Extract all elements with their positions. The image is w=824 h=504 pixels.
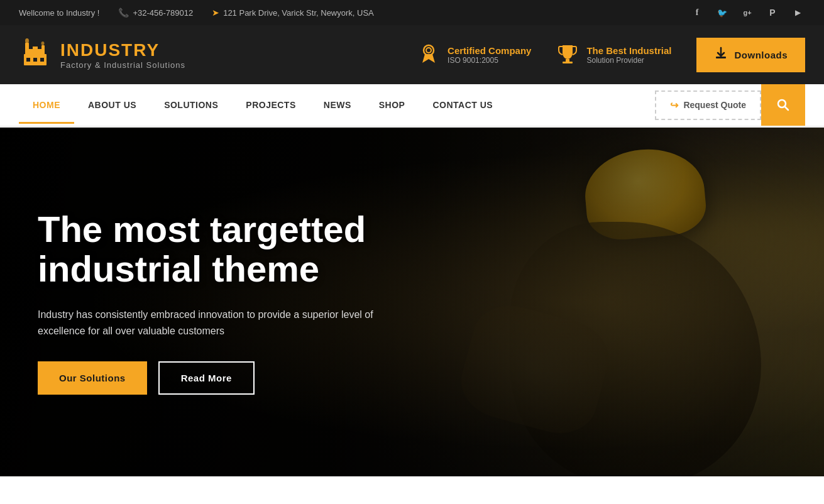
nav-home[interactable]: HOME: [19, 86, 74, 124]
best-text: The Best Industrial Solution Provider: [586, 45, 671, 65]
best-subtitle: Solution Provider: [586, 56, 671, 65]
logo-text: INDUSTRY Factory & Industrial Solutions: [60, 40, 185, 70]
best-badge: The Best Industrial Solution Provider: [556, 41, 671, 68]
downloads-button[interactable]: Downloads: [696, 38, 805, 72]
nav-projects[interactable]: PROJECTS: [232, 86, 309, 124]
logo-title: INDUSTRY: [60, 40, 185, 60]
read-more-button[interactable]: Read More: [158, 361, 255, 395]
social-links: f 🐦 g+ P ▶: [689, 5, 805, 20]
topbar: Wellcome to Industry ! 📞 +32-456-789012 …: [0, 0, 824, 25]
topbar-left: Wellcome to Industry ! 📞 +32-456-789012 …: [19, 8, 374, 18]
phone-icon: 📞: [118, 8, 129, 18]
hero-buttons: Our Solutions Read More: [38, 361, 402, 395]
nav-contact[interactable]: CONTACT US: [419, 86, 507, 124]
nav-links: HOME ABOUT US SOLUTIONS PROJECTS NEWS SH…: [19, 86, 507, 124]
phone-number: +32-456-789012: [133, 8, 193, 18]
certified-title: Certified Company: [448, 45, 531, 56]
logo-icon: [19, 36, 52, 73]
svg-rect-16: [716, 57, 726, 58]
nav-right: ↪ Request Quote: [655, 84, 805, 126]
navbar: HOME ABOUT US SOLUTIONS PROJECTS NEWS SH…: [0, 84, 824, 128]
svg-point-6: [25, 38, 29, 43]
svg-rect-3: [33, 47, 38, 55]
svg-point-7: [41, 41, 45, 45]
svg-rect-14: [566, 59, 569, 62]
svg-rect-5: [41, 45, 45, 55]
address-text: 121 Park Drive, Varick Str, Newyork, USA: [223, 8, 374, 18]
trophy-icon: [556, 41, 579, 68]
twitter-link[interactable]: 🐦: [715, 5, 730, 20]
svg-rect-15: [563, 62, 573, 63]
best-title: The Best Industrial: [586, 45, 671, 56]
certified-icon: [417, 41, 440, 68]
search-box[interactable]: [761, 84, 805, 126]
quote-icon: ↪: [670, 99, 678, 111]
header-badges: Certified Company ISO 9001:2005 The Best…: [417, 38, 805, 72]
svg-rect-10: [40, 58, 44, 62]
nav-about[interactable]: ABOUT US: [74, 86, 150, 124]
nav-news[interactable]: NEWS: [310, 86, 365, 124]
hero-title-line2: industrial theme: [38, 248, 319, 289]
hero-title: The most targetted industrial theme: [38, 209, 402, 290]
download-icon: [714, 47, 728, 63]
svg-point-13: [427, 48, 431, 52]
logo-area: INDUSTRY Factory & Industrial Solutions: [19, 36, 185, 73]
logo-subtitle: Factory & Industrial Solutions: [60, 60, 185, 70]
svg-rect-4: [25, 43, 29, 55]
certified-text: Certified Company ISO 9001:2005: [448, 45, 531, 65]
phone-contact: 📞 +32-456-789012: [118, 8, 193, 18]
location-icon: ➤: [212, 8, 219, 18]
hero-section: The most targetted industrial theme Indu…: [0, 128, 824, 476]
pinterest-link[interactable]: P: [765, 5, 780, 20]
svg-rect-8: [26, 58, 30, 62]
downloads-label: Downloads: [734, 50, 788, 60]
svg-line-18: [785, 107, 789, 111]
hero-title-line1: The most targetted: [38, 209, 366, 249]
request-quote-label: Request Quote: [683, 100, 746, 110]
youtube-link[interactable]: ▶: [790, 5, 805, 20]
welcome-text: Wellcome to Industry !: [19, 8, 99, 18]
googleplus-link[interactable]: g+: [740, 5, 755, 20]
certified-badge: Certified Company ISO 9001:2005: [417, 41, 531, 68]
our-solutions-button[interactable]: Our Solutions: [38, 361, 147, 395]
hero-content: The most targetted industrial theme Indu…: [0, 209, 440, 395]
certified-subtitle: ISO 9001:2005: [448, 56, 531, 65]
hero-description: Industry has consistently embraced innov…: [38, 307, 402, 339]
address-contact: ➤ 121 Park Drive, Varick Str, Newyork, U…: [212, 8, 374, 18]
nav-solutions[interactable]: SOLUTIONS: [150, 86, 232, 124]
header: INDUSTRY Factory & Industrial Solutions …: [0, 25, 824, 84]
request-quote-button[interactable]: ↪ Request Quote: [655, 90, 761, 120]
svg-rect-9: [33, 58, 37, 62]
facebook-link[interactable]: f: [689, 5, 705, 20]
nav-shop[interactable]: SHOP: [365, 86, 419, 124]
